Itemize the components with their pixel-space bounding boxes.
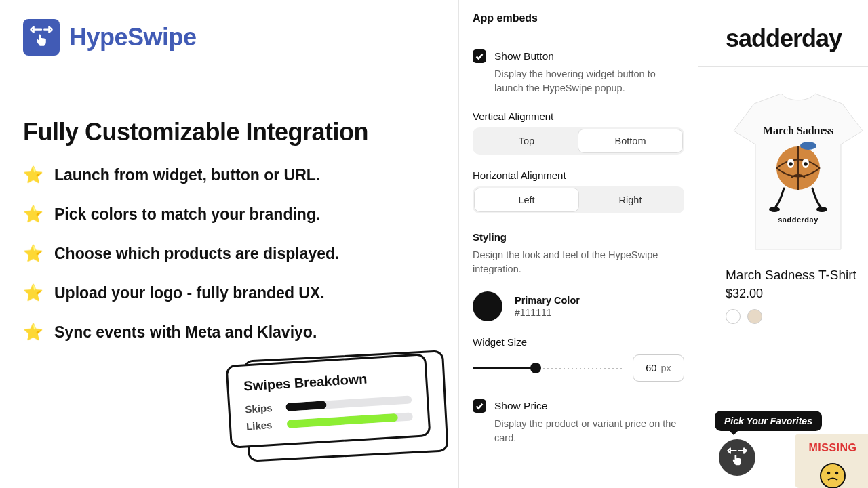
feature-text: Choose which products are displayed. [54,245,339,263]
show-price-label: Show Price [494,400,547,412]
list-item: ⭐Choose which products are displayed. [23,244,438,263]
vertical-alignment-segmented: Top Bottom [473,127,684,155]
swipe-icon [727,447,747,468]
brand-logo [23,19,60,56]
product-image: March Sadness sadderday [727,83,868,260]
list-item: ⭐Launch from widget, button or URL. [23,165,438,184]
svg-text:sadderday: sadderday [778,216,818,224]
check-icon [475,401,484,411]
checkbox-show-price[interactable] [473,399,486,413]
svg-point-12 [827,472,831,475]
svg-point-6 [804,162,808,166]
preview-thumbnails: MISSING [795,434,868,488]
vertical-top-button[interactable]: Top [475,129,578,152]
headline: Fully Customizable Integration [23,118,438,146]
star-icon: ⭐ [23,283,43,302]
star-icon: ⭐ [23,244,43,263]
styling-title: Styling [473,231,684,243]
svg-point-8 [769,207,780,212]
feature-text: Launch from widget, button or URL. [54,166,320,184]
styling-desc: Design the look and feel of the HypeSwip… [473,248,684,277]
settings-panel: App embeds Show Button Display the hover… [458,0,698,488]
vertical-alignment-label: Vertical Alignment [473,110,684,122]
primary-color-swatch[interactable] [473,291,502,321]
show-price-row[interactable]: Show Price [473,399,684,413]
widget-launch-button[interactable] [719,439,755,476]
feature-text: Sync events with Meta and Klaviyo. [54,323,317,342]
show-price-desc: Display the product or variant price on … [494,417,684,445]
checkbox-show-button[interactable] [473,49,486,63]
widget-size-slider[interactable] [473,361,623,375]
color-swatches [726,309,868,324]
check-icon [475,52,484,61]
show-button-row[interactable]: Show Button [473,49,684,63]
list-item: ⭐Upload your logo - fully branded UX. [23,283,438,302]
settings-header: App embeds [459,0,698,37]
vertical-bottom-button[interactable]: Bottom [578,129,682,152]
brand-lockup: HypeSwipe [23,19,438,56]
brand-name: HypeSwipe [69,23,197,52]
product-card: March Sadness sadderday March Sadness T-… [698,67,868,324]
horizontal-alignment-label: Horizontal Alignment [473,169,684,181]
swatch-white[interactable] [726,309,741,324]
widget-size-input[interactable]: 60 px [633,354,684,382]
primary-color-hex: #111111 [515,307,580,318]
svg-point-7 [800,142,816,150]
feature-text: Upload your logo - fully branded UX. [54,284,325,302]
store-name: sadderday [698,0,868,66]
show-button-label: Show Button [494,50,554,62]
breakdown-row-likes: Likes [246,410,414,432]
primary-color-row[interactable]: Primary Color #111111 [473,291,684,321]
product-price: $32.00 [726,287,868,301]
primary-color-label: Primary Color [515,295,580,306]
thumbnail[interactable]: MISSING [795,434,868,488]
horizontal-left-button[interactable]: Left [475,188,578,211]
svg-point-11 [821,464,845,488]
star-icon: ⭐ [23,165,43,184]
svg-point-9 [816,207,827,212]
product-title: March Sadness T-Shirt [726,268,868,283]
swipe-icon [30,26,53,49]
horizontal-alignment-segmented: Left Right [473,186,684,214]
star-icon: ⭐ [23,205,43,224]
breakdown-card: Swipes Breakdown Skips Likes [228,359,438,443]
swatch-cream[interactable] [747,309,762,324]
svg-point-4 [789,162,793,166]
feature-text: Pick colors to match your branding. [54,205,320,224]
star-icon: ⭐ [23,323,43,342]
svg-point-13 [835,472,839,475]
feature-list: ⭐Launch from widget, button or URL. ⭐Pic… [23,165,438,342]
show-button-desc: Display the hovering widget button to la… [494,67,684,96]
store-preview: sadderday March Sadness sadderda [698,0,868,488]
breakdown-title: Swipes Breakdown [243,369,411,394]
horizontal-right-button[interactable]: Right [578,188,682,211]
widget-tooltip: Pick Your Favorites [715,411,822,431]
list-item: ⭐Pick colors to match your branding. [23,205,438,224]
widget-size-label: Widget Size [473,336,684,348]
marketing-panel: HypeSwipe Fully Customizable Integration… [0,0,458,488]
list-item: ⭐Sync events with Meta and Klaviyo. [23,323,438,342]
svg-text:March Sadness: March Sadness [763,125,833,136]
